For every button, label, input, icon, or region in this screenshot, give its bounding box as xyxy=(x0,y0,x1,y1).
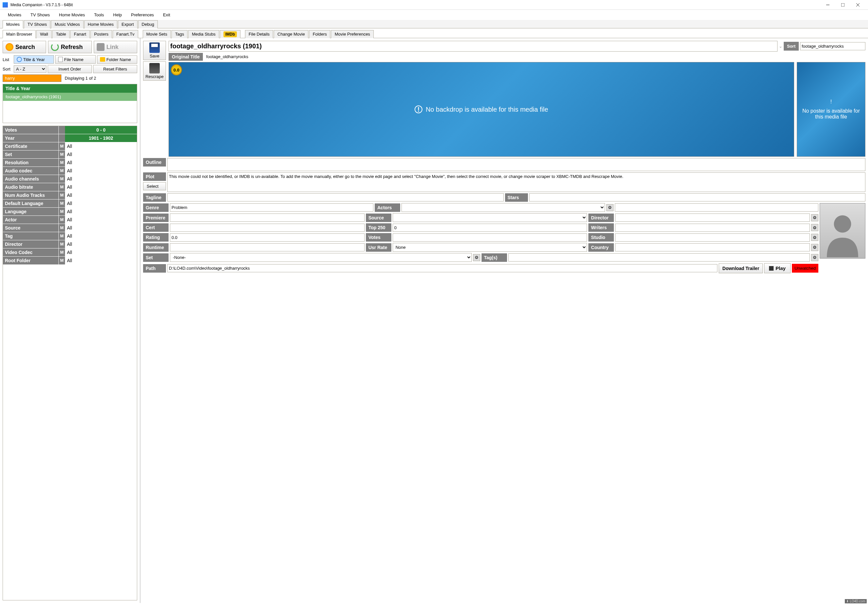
title-year-button[interactable]: Title & Year xyxy=(14,55,54,64)
plot-input[interactable]: This movie could not be identified, or I… xyxy=(167,172,865,192)
filter-row[interactable]: Root FolderMAll xyxy=(3,256,137,265)
save-button[interactable]: Save xyxy=(143,41,166,60)
play-button[interactable]: Play xyxy=(764,263,790,273)
studio-input[interactable] xyxy=(615,233,810,242)
tags-edit-button[interactable]: ⚙ xyxy=(811,254,818,261)
filter-value[interactable]: All xyxy=(65,183,137,191)
filter-value[interactable]: All xyxy=(65,159,137,167)
filter-value[interactable]: All xyxy=(65,191,137,199)
director-input[interactable] xyxy=(615,213,810,222)
filter-value[interactable]: All xyxy=(65,208,137,215)
filter-row[interactable]: SetMAll xyxy=(3,150,137,159)
list-header[interactable]: Title & Year xyxy=(3,84,137,93)
runtime-input[interactable] xyxy=(170,243,364,252)
path-input[interactable] xyxy=(167,264,718,272)
filter-value[interactable]: All xyxy=(65,199,137,207)
source-select[interactable] xyxy=(393,213,587,222)
filter-row[interactable]: Video CodecMAll xyxy=(3,249,137,256)
invert-order-button[interactable]: Invert Order xyxy=(48,65,92,73)
maximize-button[interactable] xyxy=(835,0,850,10)
menu-tvshows[interactable]: TV Shows xyxy=(26,11,54,19)
filter-row[interactable]: Num Audio TracksMAll xyxy=(3,191,137,199)
menu-movies[interactable]: Movies xyxy=(4,11,25,19)
movie-title-input[interactable] xyxy=(169,41,778,52)
tab-tvshows[interactable]: TV Shows xyxy=(24,20,50,28)
filter-row[interactable]: Audio channelsMAll xyxy=(3,175,137,183)
country-input[interactable] xyxy=(615,243,810,252)
actors-select[interactable] xyxy=(401,203,605,212)
filter-row[interactable]: SourceMAll xyxy=(3,224,137,232)
tab-musicvideos[interactable]: Music Videos xyxy=(51,20,83,28)
outline-input[interactable] xyxy=(167,158,865,171)
filter-row[interactable]: Year1901 - 1902 xyxy=(3,134,137,142)
filter-value[interactable]: All xyxy=(65,216,137,224)
rating-input[interactable] xyxy=(170,233,364,242)
search-input[interactable] xyxy=(3,74,61,82)
cert-input[interactable] xyxy=(170,224,364,232)
filter-value[interactable]: All xyxy=(65,224,137,232)
subtab-mainbrowser[interactable]: Main Browser xyxy=(3,30,36,38)
filter-row[interactable]: ActorMAll xyxy=(3,216,137,224)
filter-value[interactable]: 0 - 0 xyxy=(65,126,137,134)
actors-edit-button[interactable]: ⚙ xyxy=(606,204,614,211)
tab-debug[interactable]: Debug xyxy=(138,20,158,28)
rescrape-button[interactable]: Rescrape xyxy=(143,61,166,80)
votes-input[interactable] xyxy=(393,233,587,242)
backdrop-image[interactable]: 0.0 !No backdrop is available for this m… xyxy=(169,62,794,157)
filter-row[interactable]: TagMAll xyxy=(3,232,137,240)
poster-image[interactable]: !No poster is available for this media f… xyxy=(797,62,865,157)
refresh-button[interactable]: Refresh xyxy=(48,41,91,53)
filter-row[interactable]: CertificateMAll xyxy=(3,142,137,150)
usrrate-select[interactable]: None xyxy=(393,243,587,252)
filter-value[interactable]: All xyxy=(65,240,137,248)
subtab-imdb[interactable]: IMDb xyxy=(220,30,240,38)
minimize-button[interactable] xyxy=(820,0,835,10)
studio-edit-button[interactable]: ⚙ xyxy=(811,234,818,241)
foldername-button[interactable]: Folder Name xyxy=(97,56,137,64)
menu-help[interactable]: Help xyxy=(109,11,126,19)
subtab-tags[interactable]: Tags xyxy=(172,30,188,38)
set-edit-button[interactable]: ⚙ xyxy=(473,254,480,261)
actors-extra-input[interactable] xyxy=(615,203,818,212)
filter-row[interactable]: Default LanguageMAll xyxy=(3,199,137,208)
filter-value[interactable]: All xyxy=(65,232,137,240)
filter-row[interactable]: LanguageMAll xyxy=(3,208,137,216)
director-edit-button[interactable]: ⚙ xyxy=(811,214,818,221)
country-edit-button[interactable]: ⚙ xyxy=(811,244,818,251)
sort-title-input[interactable] xyxy=(800,42,865,50)
filter-row[interactable]: Votes0 - 0 xyxy=(3,126,137,134)
filter-value[interactable]: All xyxy=(65,167,137,175)
writers-input[interactable] xyxy=(615,224,810,232)
link-button[interactable]: Link xyxy=(94,41,137,53)
subtab-table[interactable]: Table xyxy=(52,30,70,38)
filter-row[interactable]: ResolutionMAll xyxy=(3,159,137,167)
tab-movies[interactable]: Movies xyxy=(3,20,23,28)
tab-homemovies[interactable]: Home Movies xyxy=(84,20,117,28)
reset-filters-button[interactable]: Reset Filters xyxy=(93,65,137,73)
filename-button[interactable]: File Name xyxy=(55,55,95,64)
subtab-fanart[interactable]: Fanart xyxy=(70,30,90,38)
filter-value[interactable]: All xyxy=(65,256,137,264)
plot-select-button[interactable]: Select xyxy=(143,182,166,190)
download-trailer-button[interactable]: Download Trailer xyxy=(719,264,763,273)
menu-tools[interactable]: Tools xyxy=(90,11,108,19)
list-item[interactable]: footage_oldharryrocks (1901) xyxy=(3,93,137,101)
top250-input[interactable] xyxy=(393,224,587,232)
menu-homemovies[interactable]: Home Movies xyxy=(55,11,88,19)
search-button[interactable]: Search xyxy=(3,41,46,53)
subtab-filedetails[interactable]: File Details xyxy=(245,30,273,38)
tab-export[interactable]: Export xyxy=(118,20,138,28)
close-button[interactable] xyxy=(850,0,865,10)
filter-value[interactable]: All xyxy=(65,175,137,183)
filter-row[interactable]: Audio bitrateMAll xyxy=(3,183,137,191)
sort-select[interactable]: A - Z xyxy=(14,65,46,73)
genre-input[interactable] xyxy=(170,203,374,212)
subtab-fanarttv[interactable]: Fanart.Tv xyxy=(113,30,138,38)
filter-value[interactable]: All xyxy=(65,150,137,158)
filter-value[interactable]: All xyxy=(65,142,137,150)
menu-preferences[interactable]: Preferences xyxy=(127,11,158,19)
writers-edit-button[interactable]: ⚙ xyxy=(811,224,818,231)
subtab-movieprefs[interactable]: Movie Preferences xyxy=(331,30,374,38)
filter-row[interactable]: Audio codecMAll xyxy=(3,167,137,175)
menu-exit[interactable]: Exit xyxy=(159,11,174,19)
